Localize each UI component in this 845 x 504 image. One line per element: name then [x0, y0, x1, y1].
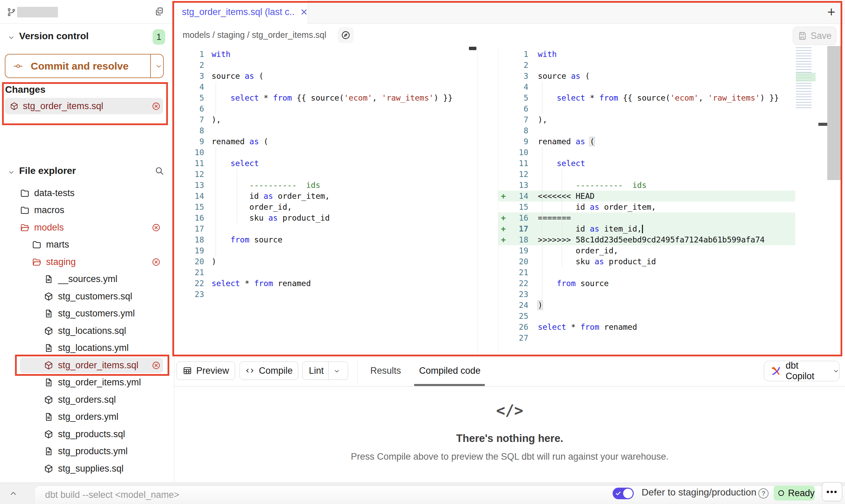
code-line-1: 1with: [498, 49, 795, 60]
file-item-stg_order_items.yml[interactable]: stg_order_items.yml: [0, 374, 174, 391]
code-line-8: 8: [174, 125, 477, 136]
chevron-down-icon[interactable]: [8, 168, 15, 176]
code-pane-right[interactable]: 1with23source as (45 select * from {{ so…: [498, 49, 795, 343]
toggle-knob: [623, 489, 633, 498]
code-line-3: 3source as (: [174, 71, 477, 81]
tab-results[interactable]: Results: [370, 366, 401, 376]
discard-x-icon[interactable]: [152, 257, 161, 267]
cube-icon: [44, 292, 54, 301]
text-cursor: [642, 225, 643, 233]
empty-state-subtitle: Press Compile above to preview the SQL d…: [174, 451, 845, 462]
status-badge[interactable]: Ready: [774, 486, 815, 501]
chevron-down-icon[interactable]: [333, 368, 340, 374]
minimap-diff-marker: [796, 73, 816, 81]
file-item-label: stg_locations.yml: [58, 343, 129, 353]
file-item-label: stg_locations.sql: [58, 326, 126, 336]
chevron-down-icon[interactable]: [8, 34, 15, 41]
copy-icon[interactable]: [154, 6, 164, 16]
commit-button-label: Commit and resolve: [31, 60, 129, 72]
tab-compiled-code[interactable]: Compiled code: [419, 366, 481, 376]
chevron-up-icon[interactable]: [9, 489, 18, 498]
code-line-22: 22select * from renamed: [174, 278, 477, 289]
preview-button[interactable]: Preview: [176, 361, 235, 380]
indent-guide: [216, 147, 216, 256]
new-tab-button[interactable]: +: [825, 5, 838, 19]
code-tag-icon: [245, 366, 255, 375]
scrollbar-position-marker: [818, 123, 827, 126]
search-icon[interactable]: [154, 166, 164, 176]
code-line-21: 21: [498, 267, 795, 278]
code-line-15: 15 order_id,: [174, 202, 477, 212]
file-item-marts[interactable]: marts: [0, 236, 174, 253]
code-line-12: 12: [174, 169, 477, 180]
left-pane-scrollbar-thumb[interactable]: [469, 47, 476, 50]
code-line-1: 1with: [174, 49, 477, 60]
code-line-11: 11 select: [174, 158, 477, 169]
file-item-stg_products.yml[interactable]: stg_products.yml: [0, 443, 174, 460]
save-button[interactable]: Save: [793, 27, 836, 45]
file-item-macros[interactable]: macros: [0, 202, 174, 219]
code-line-19: 19 order_id,: [498, 245, 795, 256]
code-line-9: 9renamed as (: [498, 136, 795, 147]
folder-icon: [32, 240, 42, 250]
discard-x-icon[interactable]: [152, 102, 161, 111]
file-item-stg_customers.yml[interactable]: stg_customers.yml: [0, 305, 174, 322]
code-line-5: 5 select * from {{ source('ecom', 'raw_i…: [174, 92, 477, 103]
file-item-label: marts: [46, 239, 69, 250]
chevron-down-icon[interactable]: [155, 62, 162, 70]
close-tab-icon[interactable]: ✕: [300, 7, 308, 18]
file-item-stg_products.sql[interactable]: stg_products.sql: [0, 426, 174, 443]
lint-button[interactable]: Lint: [302, 361, 348, 380]
file-item-staging[interactable]: staging: [0, 253, 174, 270]
file-item-stg_order_items.sql[interactable]: stg_order_items.sql: [0, 357, 174, 374]
file-item-stg_orders.sql[interactable]: stg_orders.sql: [0, 391, 174, 408]
command-input[interactable]: dbt build --select <model_name>: [45, 490, 179, 500]
file-item-__sources.yml[interactable]: __sources.yml: [0, 271, 174, 288]
editor-tab[interactable]: stg_order_items.sql (last c... ✕: [174, 0, 308, 24]
discard-x-icon[interactable]: [152, 361, 161, 370]
help-icon[interactable]: ?: [758, 488, 769, 499]
file-item-stg_locations.yml[interactable]: stg_locations.yml: [0, 340, 174, 357]
compile-button[interactable]: Compile: [240, 361, 298, 380]
code-line-20: 20): [174, 256, 477, 267]
dbt-copilot-button[interactable]: dbt Copilot: [764, 361, 840, 381]
file-item-label: stg_customers.yml: [58, 308, 135, 319]
code-glyph-icon: </>: [174, 402, 845, 419]
file-item-label: stg_products.yml: [58, 446, 128, 457]
scrollbar-thumb[interactable]: [827, 46, 842, 180]
file-tree: data-testsmacrosmodelsmartsstaging__sour…: [0, 184, 174, 478]
file-item-label: stg_order_items.yml: [58, 377, 141, 388]
compile-label: Compile: [259, 366, 292, 376]
version-control-title: Version control: [19, 31, 89, 42]
code-line-17: +17 id as item_id,: [498, 223, 795, 234]
code-line-2: 2: [498, 60, 795, 71]
cube-icon: [44, 395, 54, 405]
file-icon: [44, 309, 54, 318]
file-item-stg_supplies.sql[interactable]: stg_supplies.sql: [0, 460, 174, 477]
check-icon: [615, 490, 622, 497]
compass-icon: [341, 30, 351, 40]
code-pane-left[interactable]: 1with23source as (45 select * from {{ so…: [174, 49, 477, 300]
copilot-label: dbt Copilot: [786, 360, 829, 382]
commit-and-resolve-button[interactable]: Commit and resolve: [5, 54, 164, 78]
file-item-label: models: [34, 222, 64, 233]
code-line-4: 4: [498, 81, 795, 92]
file-item-models[interactable]: models: [0, 219, 174, 236]
code-line-16: 16 sku as product_id: [174, 212, 477, 223]
indent-guide: [216, 81, 216, 114]
more-options-button[interactable]: •••: [822, 482, 842, 501]
discard-x-icon[interactable]: [152, 223, 161, 232]
open-in-canvas-button[interactable]: [338, 27, 354, 43]
file-icon: [44, 412, 54, 422]
sidebar: Version control 1 Commit and resolve Cha…: [0, 0, 174, 483]
defer-toggle[interactable]: [613, 488, 634, 499]
changed-file-item[interactable]: stg_order_items.sql: [5, 98, 163, 114]
file-item-stg_customers.sql[interactable]: stg_customers.sql: [0, 288, 174, 305]
indent-guide: [542, 147, 542, 300]
empty-state-title: There's nothing here.: [174, 432, 845, 445]
file-item-data-tests[interactable]: data-tests: [0, 184, 174, 202]
minimap[interactable]: [796, 47, 820, 109]
file-item-stg_locations.sql[interactable]: stg_locations.sql: [0, 322, 174, 339]
folder-icon: [20, 188, 30, 198]
file-item-stg_orders.yml[interactable]: stg_orders.yml: [0, 409, 174, 426]
